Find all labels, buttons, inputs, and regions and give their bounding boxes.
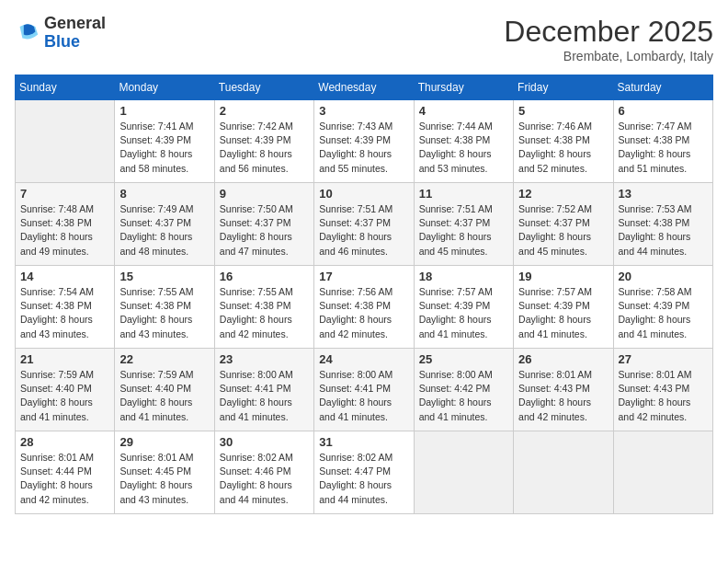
daylight-text: Daylight: 8 hours and 43 minutes.: [119, 313, 209, 340]
daylight-text: Daylight: 8 hours and 42 minutes.: [20, 478, 109, 506]
daylight-text: Daylight: 8 hours and 41 minutes.: [119, 396, 209, 423]
day-number: 29: [119, 435, 209, 449]
calendar-cell: 26Sunrise: 8:01 AMSunset: 4:43 PMDayligh…: [514, 349, 613, 431]
sunset-text: Sunset: 4:39 PM: [419, 299, 508, 313]
day-info: Sunrise: 7:51 AMSunset: 4:37 PMDaylight:…: [319, 202, 408, 259]
sunrise-text: Sunrise: 7:58 AM: [619, 285, 708, 299]
daylight-text: Daylight: 8 hours and 51 minutes.: [619, 147, 708, 175]
daylight-text: Daylight: 8 hours and 41 minutes.: [319, 396, 408, 423]
day-number: 8: [119, 187, 209, 201]
daylight-text: Daylight: 8 hours and 43 minutes.: [119, 478, 209, 506]
day-info: Sunrise: 7:43 AMSunset: 4:39 PMDaylight:…: [319, 120, 408, 176]
day-info: Sunrise: 7:51 AMSunset: 4:37 PMDaylight:…: [419, 202, 508, 259]
calendar-week: 1Sunrise: 7:41 AMSunset: 4:39 PMDaylight…: [16, 100, 713, 183]
sunrise-text: Sunrise: 7:59 AM: [119, 368, 209, 382]
calendar-cell: [414, 431, 513, 514]
calendar-cell: 10Sunrise: 7:51 AMSunset: 4:37 PMDayligh…: [314, 183, 414, 266]
logo-icon: [15, 20, 40, 46]
day-info: Sunrise: 7:52 AMSunset: 4:37 PMDaylight:…: [518, 202, 608, 259]
day-number: 1: [119, 104, 209, 118]
sunrise-text: Sunrise: 7:44 AM: [419, 120, 508, 133]
calendar-cell: 18Sunrise: 7:57 AMSunset: 4:39 PMDayligh…: [414, 266, 513, 349]
header-day: Saturday: [613, 75, 712, 100]
calendar-cell: 16Sunrise: 7:55 AMSunset: 4:38 PMDayligh…: [214, 266, 313, 349]
daylight-text: Daylight: 8 hours and 56 minutes.: [220, 147, 309, 175]
day-info: Sunrise: 8:01 AMSunset: 4:44 PMDaylight:…: [20, 451, 109, 507]
daylight-text: Daylight: 8 hours and 47 minutes.: [220, 230, 309, 258]
day-info: Sunrise: 7:59 AMSunset: 4:40 PMDaylight:…: [20, 368, 109, 424]
calendar-cell: 29Sunrise: 8:01 AMSunset: 4:45 PMDayligh…: [115, 431, 214, 514]
day-number: 26: [518, 352, 608, 366]
day-info: Sunrise: 7:54 AMSunset: 4:38 PMDaylight:…: [20, 285, 109, 341]
day-number: 23: [220, 352, 309, 366]
daylight-text: Daylight: 8 hours and 49 minutes.: [20, 230, 109, 258]
calendar-cell: 30Sunrise: 8:02 AMSunset: 4:46 PMDayligh…: [214, 431, 313, 514]
daylight-text: Daylight: 8 hours and 53 minutes.: [419, 147, 508, 175]
calendar-week: 21Sunrise: 7:59 AMSunset: 4:40 PMDayligh…: [16, 349, 713, 431]
day-info: Sunrise: 7:48 AMSunset: 4:38 PMDaylight:…: [20, 202, 109, 259]
calendar-cell: 9Sunrise: 7:50 AMSunset: 4:37 PMDaylight…: [214, 183, 313, 266]
calendar-cell: 3Sunrise: 7:43 AMSunset: 4:39 PMDaylight…: [314, 100, 414, 183]
header-day: Monday: [115, 75, 214, 100]
sunrise-text: Sunrise: 7:49 AM: [119, 202, 209, 216]
day-number: 3: [319, 104, 408, 118]
sunrise-text: Sunrise: 7:53 AM: [619, 202, 708, 216]
daylight-text: Daylight: 8 hours and 41 minutes.: [518, 313, 608, 340]
day-info: Sunrise: 8:00 AMSunset: 4:42 PMDaylight:…: [419, 368, 508, 424]
day-number: 14: [20, 270, 109, 283]
day-number: 4: [419, 104, 508, 118]
day-number: 13: [619, 187, 708, 201]
sunset-text: Sunset: 4:38 PM: [419, 133, 508, 147]
sunrise-text: Sunrise: 8:00 AM: [319, 368, 408, 382]
daylight-text: Daylight: 8 hours and 41 minutes.: [419, 396, 508, 423]
day-info: Sunrise: 7:47 AMSunset: 4:38 PMDaylight:…: [619, 120, 708, 176]
sunset-text: Sunset: 4:37 PM: [419, 216, 508, 230]
page-header: General Blue December 2025 Brembate, Lom…: [15, 15, 713, 63]
sunset-text: Sunset: 4:45 PM: [119, 465, 209, 478]
day-info: Sunrise: 8:02 AMSunset: 4:46 PMDaylight:…: [220, 451, 309, 507]
day-number: 11: [419, 187, 508, 201]
calendar-cell: [613, 431, 712, 514]
calendar-cell: 8Sunrise: 7:49 AMSunset: 4:37 PMDaylight…: [115, 183, 214, 266]
sunrise-text: Sunrise: 7:41 AM: [119, 120, 209, 133]
sunset-text: Sunset: 4:38 PM: [319, 299, 408, 313]
sunrise-text: Sunrise: 8:01 AM: [20, 451, 109, 465]
calendar-cell: 5Sunrise: 7:46 AMSunset: 4:38 PMDaylight…: [514, 100, 613, 183]
logo-text: General Blue: [44, 15, 106, 52]
calendar-cell: 31Sunrise: 8:02 AMSunset: 4:47 PMDayligh…: [314, 431, 414, 514]
daylight-text: Daylight: 8 hours and 45 minutes.: [518, 230, 608, 258]
daylight-text: Daylight: 8 hours and 46 minutes.: [319, 230, 408, 258]
sunset-text: Sunset: 4:43 PM: [518, 382, 608, 396]
day-info: Sunrise: 7:46 AMSunset: 4:38 PMDaylight:…: [518, 120, 608, 176]
sunrise-text: Sunrise: 7:59 AM: [20, 368, 109, 382]
daylight-text: Daylight: 8 hours and 58 minutes.: [119, 147, 209, 175]
day-number: 21: [20, 352, 109, 366]
day-number: 28: [20, 435, 109, 449]
day-info: Sunrise: 7:50 AMSunset: 4:37 PMDaylight:…: [220, 202, 309, 259]
daylight-text: Daylight: 8 hours and 45 minutes.: [419, 230, 508, 258]
sunrise-text: Sunrise: 7:51 AM: [419, 202, 508, 216]
day-info: Sunrise: 7:49 AMSunset: 4:37 PMDaylight:…: [119, 202, 209, 259]
day-number: 18: [419, 270, 508, 283]
logo: General Blue: [15, 15, 106, 52]
sunrise-text: Sunrise: 7:57 AM: [518, 285, 608, 299]
calendar-cell: 15Sunrise: 7:55 AMSunset: 4:38 PMDayligh…: [115, 266, 214, 349]
calendar-cell: 20Sunrise: 7:58 AMSunset: 4:39 PMDayligh…: [613, 266, 712, 349]
day-number: 9: [220, 187, 309, 201]
day-number: 12: [518, 187, 608, 201]
sunset-text: Sunset: 4:37 PM: [119, 216, 209, 230]
calendar-cell: [514, 431, 613, 514]
day-number: 7: [20, 187, 109, 201]
day-number: 22: [119, 352, 209, 366]
daylight-text: Daylight: 8 hours and 42 minutes.: [518, 396, 608, 423]
sunrise-text: Sunrise: 7:56 AM: [319, 285, 408, 299]
header-day: Sunday: [16, 75, 115, 100]
day-number: 30: [220, 435, 309, 449]
sunrise-text: Sunrise: 7:48 AM: [20, 202, 109, 216]
day-info: Sunrise: 7:59 AMSunset: 4:40 PMDaylight:…: [119, 368, 209, 424]
day-info: Sunrise: 7:56 AMSunset: 4:38 PMDaylight:…: [319, 285, 408, 341]
calendar-cell: 7Sunrise: 7:48 AMSunset: 4:38 PMDaylight…: [16, 183, 115, 266]
calendar-week: 7Sunrise: 7:48 AMSunset: 4:38 PMDaylight…: [16, 183, 713, 266]
sunrise-text: Sunrise: 7:52 AM: [518, 202, 608, 216]
calendar-cell: 24Sunrise: 8:00 AMSunset: 4:41 PMDayligh…: [314, 349, 414, 431]
